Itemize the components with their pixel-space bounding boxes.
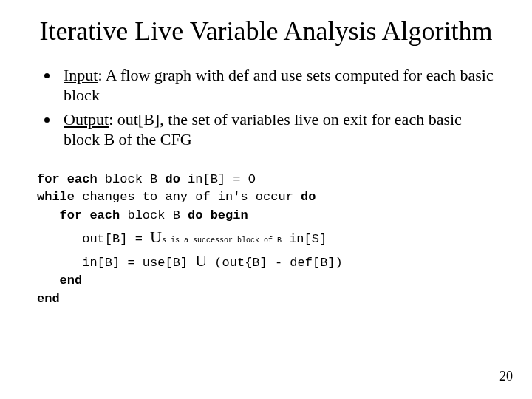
output-label: Output [64, 110, 109, 129]
kw-for-each: for each [37, 172, 98, 186]
union-subscript: s is a successor block of B [162, 236, 282, 245]
input-text: : A flow graph with def and use sets com… [64, 66, 494, 104]
union-symbol: U [195, 251, 207, 270]
kw-do: do [165, 172, 180, 186]
slide-title: Iterative Live Variable Analysis Algorit… [37, 16, 495, 47]
kw-do: do [301, 190, 316, 204]
bullet-output: Output: out[B], the set of variables liv… [59, 110, 495, 150]
kw-end: end [37, 292, 60, 306]
output-text: : out[B], the set of variables live on e… [64, 110, 462, 149]
kw-while: while [37, 190, 75, 204]
slide: Iterative Live Variable Analysis Algorit… [0, 0, 532, 399]
input-label: Input [64, 66, 98, 84]
kw-do-begin: do begin [188, 208, 248, 222]
algorithm-block: for each block B do in[B] = O while chan… [37, 171, 495, 309]
bullet-input: Input: A flow graph with def and use set… [59, 66, 495, 106]
page-number: 20 [499, 369, 513, 384]
kw-end: end [60, 273, 83, 287]
union-symbol: U [150, 228, 162, 246]
bullet-list: Input: A flow graph with def and use set… [37, 66, 495, 149]
kw-for-each: for each [60, 208, 120, 222]
